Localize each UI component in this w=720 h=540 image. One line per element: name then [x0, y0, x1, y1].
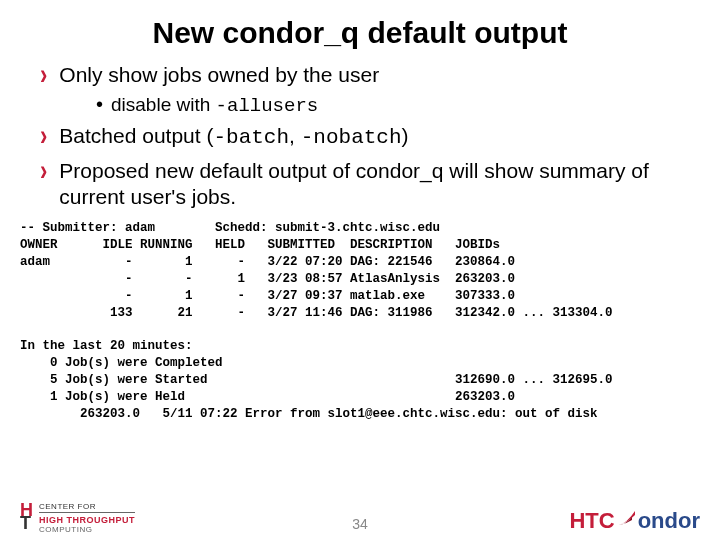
- logo-htcondor: HTC ondor: [569, 508, 700, 534]
- bullet-dot-icon: •: [96, 94, 103, 114]
- sub-bullet-1: • disable with -allusers: [96, 94, 690, 117]
- logo-htc: HTC: [569, 508, 614, 534]
- bullet-item-2: › Batched output (-batch, -nobatch): [40, 123, 690, 151]
- bullet-text: Only show jobs owned by the user: [59, 62, 690, 88]
- chevron-icon: ›: [40, 154, 47, 188]
- chevron-icon: ›: [40, 58, 47, 92]
- code-allusers: -allusers: [216, 95, 319, 117]
- text-suffix: ): [402, 124, 409, 147]
- chevron-icon: ›: [40, 119, 47, 153]
- text-mid: ,: [289, 124, 301, 147]
- bullet-text: Batched output (-batch, -nobatch): [59, 123, 690, 151]
- bullet-item-1: › Only show jobs owned by the user: [40, 62, 690, 88]
- text-prefix: Batched output (: [59, 124, 213, 147]
- logo-line2: COMPUTING: [39, 525, 92, 534]
- footer: H T CENTER FOR HIGH THROUGHPUT COMPUTING…: [0, 484, 720, 540]
- ht-monogram: H T: [20, 504, 33, 531]
- code-nobatch: -nobatch: [301, 126, 402, 149]
- bullet-list: › Only show jobs owned by the user • dis…: [30, 62, 690, 210]
- bullet-text: Proposed new default output of condor_q …: [59, 158, 690, 211]
- code-batch: -batch: [213, 126, 289, 149]
- bullet-item-3: › Proposed new default output of condor_…: [40, 158, 690, 211]
- logo-ondor: ondor: [638, 508, 700, 534]
- sub-bullet-text: disable with -allusers: [111, 94, 318, 117]
- logo-text: CENTER FOR HIGH THROUGHPUT COMPUTING: [39, 500, 135, 534]
- sub-prefix: disable with: [111, 94, 216, 115]
- slide-title: New condor_q default output: [30, 16, 690, 50]
- slide: New condor_q default output › Only show …: [0, 0, 720, 540]
- logo-htcomputing: H T CENTER FOR HIGH THROUGHPUT COMPUTING: [20, 500, 135, 534]
- logo-line1: HIGH THROUGHPUT: [39, 515, 135, 525]
- wing-icon: [617, 509, 637, 531]
- terminal-output: -- Submitter: adam Schedd: submit-3.chtc…: [20, 220, 690, 423]
- logo-line-center: CENTER FOR: [39, 500, 135, 513]
